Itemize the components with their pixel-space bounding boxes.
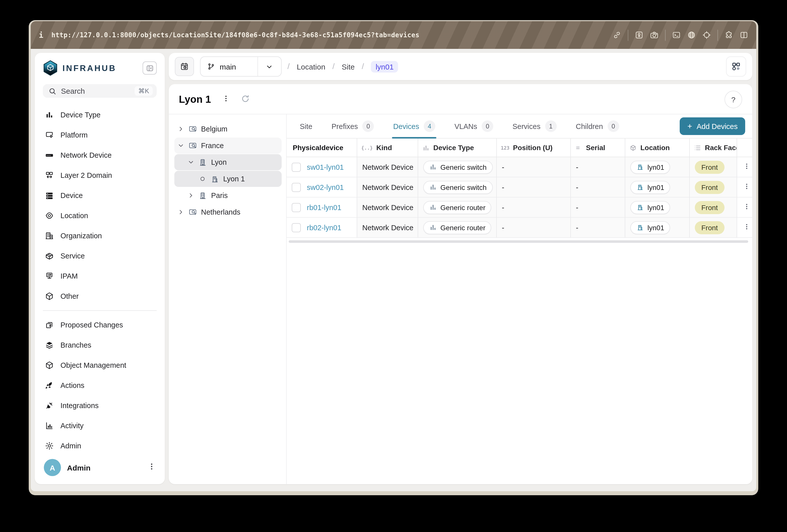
split-view-icon[interactable] (740, 31, 748, 39)
column-label: Kind (376, 144, 392, 152)
device-link[interactable]: sw02-lyn01 (307, 183, 344, 191)
cell-name: rb02-lyn01 (287, 218, 357, 238)
tab-site[interactable]: Site (300, 114, 312, 138)
location-pill[interactable]: lyn01 (630, 221, 671, 234)
content-body: Belgium France Lyon (169, 114, 752, 484)
sidebar-item-branches[interactable]: Branches (43, 335, 157, 355)
device-type-pill[interactable]: Generic router (423, 201, 491, 214)
sidebar-item-admin[interactable]: Admin (43, 436, 157, 456)
box-icon (45, 361, 54, 370)
device-link[interactable]: rb01-lyn01 (307, 203, 341, 211)
column-header-physicaldevice[interactable]: Physicaldevice (287, 139, 357, 157)
tree-item-belgium[interactable]: Belgium (174, 121, 282, 137)
sidebar-item-network-device[interactable]: Network Device (43, 145, 157, 165)
column-header-position[interactable]: 123Position (U) (496, 139, 570, 157)
branch-dropdown-toggle[interactable] (257, 57, 281, 76)
cell-location: lyn01 (625, 197, 689, 218)
sidebar-item-proposed-changes[interactable]: Proposed Changes (43, 315, 157, 335)
device-type-pill[interactable]: Generic switch (423, 180, 493, 194)
device-type-pill[interactable]: Generic switch (423, 161, 493, 174)
info-icon[interactable]: i (39, 30, 43, 40)
tab-bar: Site Prefixes0 Devices4 VLANs0 Services1… (287, 114, 752, 139)
plus-icon: + (687, 122, 692, 131)
row-checkbox[interactable] (292, 183, 301, 192)
detail-pane: Site Prefixes0 Devices4 VLANs0 Services1… (287, 114, 752, 484)
breadcrumb-current[interactable]: lyn01 (371, 61, 398, 72)
position-value: - (502, 183, 504, 191)
column-label: Position (U) (513, 144, 552, 152)
tree-item-lyon1[interactable]: Lyon 1 (174, 171, 282, 187)
tree-item-france[interactable]: France (174, 137, 282, 154)
cell-kind: Network Device (357, 177, 418, 197)
sidebar-item-integrations[interactable]: Integrations (43, 396, 157, 416)
location-pill[interactable]: lyn01 (630, 201, 671, 214)
page-kebab-icon[interactable] (222, 95, 230, 104)
sidebar-item-ipam[interactable]: IPAM (43, 266, 157, 286)
sidebar-item-other[interactable]: Other (43, 286, 157, 306)
sidebar-item-device-type[interactable]: Device Type (43, 105, 157, 125)
sidebar-item-organization[interactable]: Organization (43, 226, 157, 246)
tab-services[interactable]: Services1 (512, 114, 556, 138)
time-travel-button[interactable] (175, 57, 194, 76)
horizontal-scrollbar[interactable] (289, 240, 748, 243)
tree-item-paris[interactable]: Paris (174, 187, 282, 204)
breadcrumb-location[interactable]: Location (297, 62, 325, 71)
column-label: Device Type (433, 144, 474, 152)
tab-prefixes[interactable]: Prefixes0 (332, 114, 374, 138)
link-icon[interactable] (613, 31, 621, 39)
column-header-serial[interactable]: Serial (570, 139, 625, 157)
device-link[interactable]: sw01-lyn01 (307, 163, 344, 171)
help-button[interactable]: ? (725, 91, 742, 108)
tab-children[interactable]: Children0 (576, 114, 619, 138)
breadcrumb-site[interactable]: Site (342, 62, 355, 71)
column-header-location[interactable]: Location (625, 139, 689, 157)
globe-icon[interactable] (687, 31, 696, 39)
add-devices-button[interactable]: + Add Devices (680, 118, 745, 135)
sidebar-item-device[interactable]: Device (43, 185, 157, 206)
url-bar[interactable]: http://127.0.0.1:8000/objects/LocationSi… (51, 31, 420, 39)
user-kebab-icon[interactable] (148, 463, 156, 472)
image-icon[interactable] (635, 31, 643, 39)
sidebar-item-actions[interactable]: Actions (43, 375, 157, 396)
tab-vlans[interactable]: VLANs0 (454, 114, 493, 138)
content-card: Lyon 1 ? (169, 84, 752, 484)
sidebar-item-service[interactable]: Service (43, 246, 157, 266)
position-value: - (502, 203, 504, 211)
terminal-icon[interactable] (672, 31, 681, 39)
camera-icon[interactable] (650, 31, 659, 39)
column-header-device-type[interactable]: Device Type (418, 139, 496, 157)
cell-device-type: Generic switch (418, 157, 496, 177)
tree-item-netherlands[interactable]: Netherlands (174, 204, 282, 220)
column-header-kind[interactable]: {..}Kind (357, 139, 418, 157)
refresh-icon[interactable] (240, 94, 250, 105)
sidebar-item-platform[interactable]: Platform (43, 125, 157, 145)
row-checkbox[interactable] (292, 223, 301, 232)
search-input[interactable]: Search ⌘K (43, 84, 157, 98)
row-kebab-icon[interactable] (743, 163, 750, 171)
crosshair-icon[interactable] (702, 31, 711, 39)
device-type-pill[interactable]: Generic router (423, 221, 491, 234)
sidebar-collapse-button[interactable] (143, 61, 157, 75)
tab-devices[interactable]: Devices4 (393, 114, 435, 138)
location-pill[interactable]: lyn01 (630, 161, 671, 174)
row-checkbox[interactable] (292, 163, 301, 172)
puzzle-icon[interactable] (725, 31, 733, 39)
serial-value: - (576, 224, 578, 232)
column-header-rack-face[interactable]: Rack Face (689, 139, 737, 157)
row-kebab-icon[interactable] (743, 183, 750, 191)
tree-item-lyon[interactable]: Lyon (174, 154, 282, 170)
branch-selector[interactable]: main (200, 57, 281, 77)
search-icon (48, 87, 57, 95)
location-pill[interactable]: lyn01 (630, 180, 671, 194)
row-kebab-icon[interactable] (743, 203, 750, 212)
schema-visualizer-button[interactable] (726, 57, 746, 77)
toolbar-divider (665, 29, 665, 41)
sidebar-item-object-management[interactable]: Object Management (43, 355, 157, 375)
row-kebab-icon[interactable] (743, 223, 750, 232)
sidebar-item-layer2-domain[interactable]: Layer 2 Domain (43, 165, 157, 185)
row-checkbox[interactable] (292, 203, 301, 212)
user-menu[interactable]: A Admin (43, 456, 157, 479)
device-link[interactable]: rb02-lyn01 (307, 224, 341, 232)
sidebar-item-location[interactable]: Location (43, 206, 157, 226)
sidebar-item-activity[interactable]: Activity (43, 416, 157, 436)
